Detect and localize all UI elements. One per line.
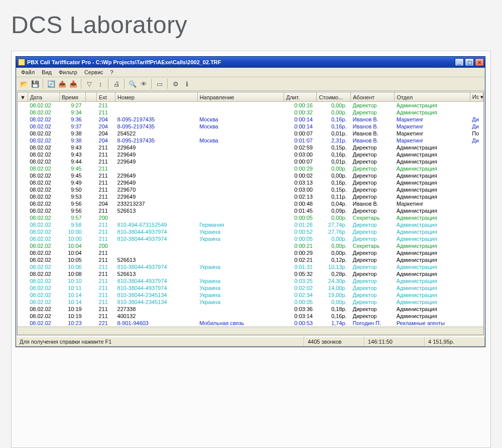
cell [18,298,28,306]
maximize-button[interactable]: ▢ [465,58,474,66]
cell: 08.02.02 [28,102,59,109]
import-icon[interactable]: 📥 [68,79,78,89]
find-icon[interactable]: 🔍 [128,79,138,89]
cell [197,249,284,256]
table-row[interactable]: 08.02.029:432112296490:03:000,16р.Директ… [18,151,483,158]
cell: 211 [97,179,115,186]
table-row[interactable]: 08.02.0210:082115266130:05:320,28р.Дирек… [18,270,483,277]
column-header[interactable]: Стоимо... [317,93,351,102]
cell: 229649 [115,179,198,186]
columns-icon[interactable]: ▭ [155,79,165,89]
cell: Иванов В. [351,123,395,130]
grid-header[interactable]: ▼ДатаВремяExtНомерНаправлениеДлит.Стоимо… [18,93,483,102]
print-icon[interactable]: 🖨 [111,79,121,89]
titlebar[interactable]: PBX Call Tarifficator Pro - C:\Wp Projec… [16,57,485,68]
cell: 9:56 [59,200,85,207]
horizontal-scrollbar[interactable] [18,327,483,335]
cell: Администрация [395,284,470,291]
table-row[interactable]: 08.02.029:272110:00:160,00р.ДиректорАдми… [18,102,483,109]
table-row[interactable]: 08.02.0210:06211810-38044-4937974Украина… [18,263,483,270]
sort-icon[interactable]: ↕ [95,79,105,89]
cell: 9:44 [59,158,85,165]
filter-icon[interactable]: ▽ [84,79,94,89]
table-row[interactable]: 08.02.029:562042332132370:00:480,04р.Ива… [18,200,483,207]
cell: 211 [97,263,115,270]
cell: 08.02.02 [28,123,59,130]
open-icon[interactable]: 📂 [19,79,29,89]
table-row[interactable]: 08.02.0210:192114001320:03:140,16р.Дирек… [18,313,483,320]
cell: Директор [351,256,395,263]
cell [470,221,483,228]
table-row[interactable]: 08.02.029:562115266130:01:450,09р.Директ… [18,207,483,214]
table-row[interactable]: 08.02.0210:14211810-38044-2345134Украина… [18,291,483,298]
minimize-button[interactable]: _ [455,58,464,66]
table-row[interactable]: 08.02.029:502112296700:03:000,15р.Директ… [18,186,483,193]
cell [18,214,28,221]
find-next-icon[interactable]: 👁 [139,79,149,89]
options-icon[interactable]: ⚙ [171,79,181,89]
table-row[interactable]: 08.02.029:572000:00:050,00р.СекретарьАдм… [18,214,483,221]
table-row[interactable]: 08.02.0210:192112273380:03:360,18р.Дирек… [18,306,483,313]
column-header[interactable] [86,93,97,102]
cell: 10:23 [59,320,85,327]
menu-file[interactable]: Файл [21,69,35,75]
table-row[interactable]: 08.02.029:452112296490:00:020,00р.Директ… [18,172,483,179]
cell: 0:03:00 [284,151,316,158]
column-header[interactable]: Ext [97,93,115,102]
table-row[interactable]: 08.02.029:342110:00:320,00р.ДиректорАдми… [18,109,483,116]
table-row[interactable]: 08.02.029:372048-095-2197435Москва0:00:1… [18,123,483,130]
table-row[interactable]: 08.02.0210:10211810-38044-4937974Украина… [18,277,483,284]
cell: 204 [97,137,115,144]
column-header[interactable]: Дата [28,93,59,102]
cell: 400132 [115,313,198,320]
table-row[interactable]: 08.02.0210:11211810-38044-4937974Украина… [18,284,483,291]
table-row[interactable]: 08.02.029:432112296490:02:590,15р.Директ… [18,144,483,151]
menu-help[interactable]: ? [110,69,113,75]
cell: Директор [351,151,395,158]
table-row[interactable]: 08.02.0210:232218-901-94603Мобильная свя… [18,320,483,327]
cell [115,102,198,109]
table-row[interactable]: 08.02.029:492112296490:03:130,16р.Директ… [18,179,483,186]
cell: 08.02.02 [28,109,59,116]
close-button[interactable]: ✕ [475,58,484,66]
table-row[interactable]: 08.02.0210:042000:00:210,00р.СекретарьАд… [18,242,483,249]
table-row[interactable]: 08.02.029:532112296490:02:130,11р.Директ… [18,193,483,200]
cell: 8-095-2197435 [115,137,198,144]
cell: 0:00:07 [284,130,316,137]
table-row[interactable]: 08.02.029:362048-095-2197435Москва0:00:1… [18,116,483,123]
table-row[interactable]: 08.02.029:382042545220:00:070,01р.Иванов… [18,130,483,137]
column-header[interactable]: Длит. [284,93,316,102]
column-header[interactable]: Отдел [395,93,470,102]
column-header[interactable]: Ис ▾ [470,93,483,102]
cell: 211 [97,284,115,291]
table-row[interactable]: 08.02.029:382048-095-2197435Москва0:01:0… [18,137,483,144]
export-icon[interactable]: 📤 [57,79,67,89]
column-header[interactable]: Время [59,93,85,102]
menu-view[interactable]: Вид [42,69,52,75]
column-header[interactable]: ▼ [18,93,28,102]
cell [197,172,284,179]
cell: 10:05 [59,256,85,263]
refresh-icon[interactable]: 🔄 [46,79,56,89]
cell [86,137,97,144]
table-row[interactable]: 08.02.029:452110:00:290,00р.ДиректорАдми… [18,165,483,172]
table-row[interactable]: 08.02.0210:042110:00:290,00р.ДиректорАдм… [18,249,483,256]
menu-filter[interactable]: Фильтр [59,69,77,75]
table-row[interactable]: 08.02.0210:00211810-38044-4937974Украина… [18,228,483,235]
column-header[interactable]: Направление [197,93,284,102]
table-row[interactable]: 08.02.0210:00211810-38044-4937974Украина… [18,235,483,242]
column-header[interactable]: Номер [115,93,198,102]
cell: Иванов В. [351,116,395,123]
menu-service[interactable]: Сервис [84,69,103,75]
status-hint: Для получения справки нажмите F1 [16,337,304,347]
call-grid[interactable]: ▼ДатаВремяExtНомерНаправлениеДлит.Стоимо… [17,92,484,335]
help-icon[interactable]: ℹ [182,79,192,89]
column-header[interactable]: Абонент [351,93,395,102]
table-row[interactable]: 08.02.029:58211810-494-673152549Германия… [18,221,483,228]
save-icon[interactable]: 💾 [30,79,40,89]
table-row[interactable]: 08.02.0210:052115266130:02:210,12р.Дирек… [18,256,483,263]
table-row[interactable]: 08.02.029:442112296490:00:070,01р.Директ… [18,158,483,165]
table-row[interactable]: 08.02.0210:14211810-38044-2345134Украина… [18,298,483,306]
cell [86,298,97,306]
cell: 0,28р. [317,270,351,277]
